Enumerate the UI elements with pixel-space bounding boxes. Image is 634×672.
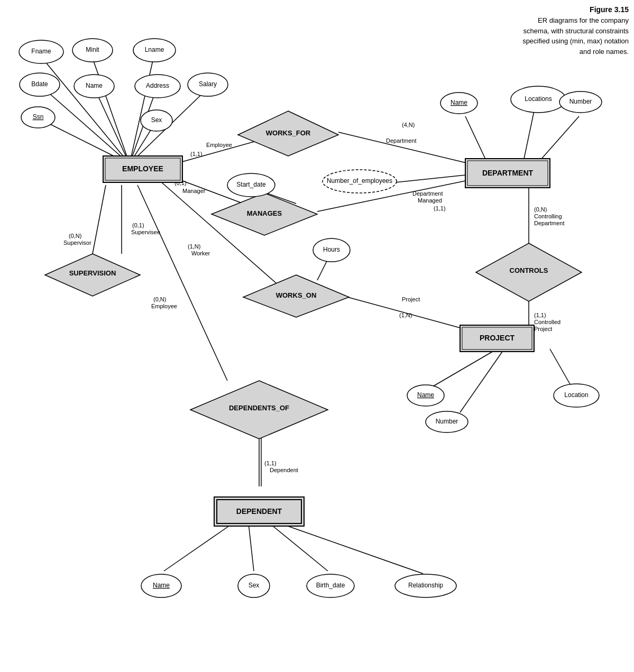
svg-text:Employee: Employee <box>151 303 177 309</box>
svg-line-45 <box>249 523 254 571</box>
minit-label: Minit <box>86 46 99 53</box>
svg-text:(1,N): (1,N) <box>188 243 200 250</box>
svg-text:Project: Project <box>402 296 420 302</box>
proj-number-label: Number <box>436 418 458 425</box>
salary-label: Salary <box>199 80 217 88</box>
svg-text:Worker: Worker <box>191 250 210 256</box>
svg-text:Managed: Managed <box>418 197 442 204</box>
birth-date-label: Birth_date <box>316 582 345 589</box>
ssn-label: Ssn <box>33 113 44 121</box>
supervision-label: SUPERVISION <box>69 269 116 277</box>
svg-line-4 <box>95 90 130 164</box>
svg-text:Manager: Manager <box>182 188 206 194</box>
svg-line-59 <box>434 349 497 386</box>
dependent-label: DEPENDENT <box>236 507 282 515</box>
works-for-label: WORKS_FOR <box>266 129 311 137</box>
svg-line-31 <box>93 185 106 254</box>
svg-text:(1,N): (1,N) <box>399 312 412 318</box>
project-label: PROJECT <box>480 334 515 342</box>
num-employees-label: Number_of_employees <box>327 177 392 185</box>
svg-text:(1,1): (1,1) <box>534 312 546 318</box>
svg-text:Employee: Employee <box>206 142 232 148</box>
er-diagram: Figure 3.15 ER diagrams for the company … <box>0 0 634 672</box>
svg-text:(0,N): (0,N) <box>69 233 81 239</box>
svg-text:Controlling: Controlling <box>534 213 562 219</box>
svg-text:Department: Department <box>386 137 416 144</box>
svg-text:(0,1): (0,1) <box>132 222 144 228</box>
svg-text:(1,1): (1,1) <box>434 205 446 211</box>
svg-line-50 <box>539 116 579 161</box>
dept-name-label: Name <box>451 99 467 106</box>
manages-label: MANAGES <box>247 209 282 217</box>
svg-text:Supervisee: Supervisee <box>131 229 160 235</box>
svg-text:Project: Project <box>534 326 552 332</box>
svg-text:Supervisor: Supervisor <box>63 240 91 246</box>
er-svg: .entity-rect { fill: #d4d4d4; stroke: #0… <box>0 0 634 672</box>
svg-text:(1,1): (1,1) <box>264 460 277 466</box>
svg-line-46 <box>270 523 328 571</box>
svg-line-30 <box>317 259 328 280</box>
relationship-label: Relationship <box>408 582 443 589</box>
locations-label: Locations <box>525 95 552 103</box>
svg-text:(4,N): (4,N) <box>402 122 415 128</box>
fname-label: Fname <box>31 48 51 55</box>
employee-label: EMPLOYEE <box>122 164 163 173</box>
svg-line-12 <box>338 132 471 164</box>
svg-text:(1,1): (1,1) <box>190 151 203 157</box>
department-label: DEPARTMENT <box>482 169 534 177</box>
svg-line-44 <box>164 523 233 571</box>
proj-name-label: Name <box>417 391 434 399</box>
hours-label: Hours <box>323 246 340 253</box>
svg-text:Department: Department <box>412 190 443 197</box>
svg-text:(0,N): (0,N) <box>153 296 166 302</box>
svg-line-47 <box>280 523 423 574</box>
svg-text:Dependent: Dependent <box>270 467 298 473</box>
dept-number-label: Number <box>569 98 592 105</box>
emp-name-label: Name <box>86 82 103 89</box>
svg-text:Controlled: Controlled <box>534 319 561 325</box>
location-label: Location <box>564 391 588 399</box>
sex-emp-label: Sex <box>151 116 162 124</box>
svg-text:Department: Department <box>534 220 564 226</box>
address-label: Address <box>146 82 169 89</box>
svg-line-60 <box>460 352 502 412</box>
dep-name-label: Name <box>153 582 170 589</box>
svg-line-49 <box>465 116 486 161</box>
svg-line-0 <box>42 58 130 164</box>
svg-text:(0,N): (0,N) <box>534 206 547 213</box>
svg-line-48 <box>523 111 534 161</box>
svg-line-61 <box>550 349 571 386</box>
dep-sex-label: Sex <box>249 582 260 589</box>
lname-label: Lname <box>145 46 164 53</box>
controls-label: CONTROLS <box>510 266 548 274</box>
start-date-label: Start_date <box>236 181 266 188</box>
works-on-label: WORKS_ON <box>276 291 317 299</box>
dependents-of-label: DEPENDENTS_OF <box>229 404 289 412</box>
bdate-label: Bdate <box>31 80 48 88</box>
